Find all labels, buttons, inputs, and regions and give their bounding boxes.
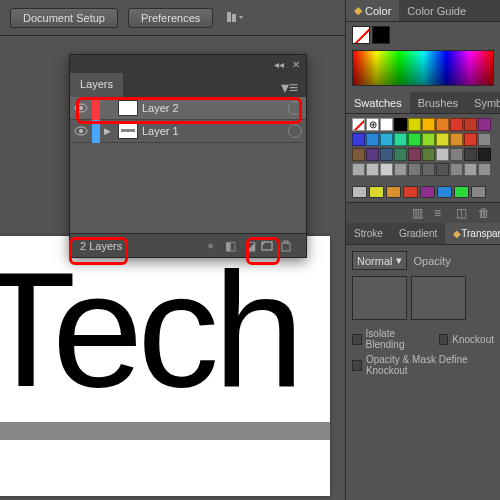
swatch[interactable] <box>450 133 463 146</box>
swatch-registration[interactable] <box>366 118 379 131</box>
color-spectrum[interactable] <box>352 50 494 86</box>
swatch[interactable] <box>464 163 477 176</box>
swatch[interactable] <box>436 133 449 146</box>
panel-menu-icon[interactable]: ▾≡ <box>273 73 306 97</box>
panel-header[interactable]: ◂◂ ✕ <box>70 55 306 73</box>
swatch[interactable] <box>450 148 463 161</box>
opacity-mask-checkbox[interactable] <box>352 360 362 371</box>
swatch[interactable] <box>394 118 407 131</box>
swatch-group-folder[interactable] <box>369 186 384 198</box>
swatch-group-folder[interactable] <box>403 186 418 198</box>
artboard[interactable]: Tech <box>0 236 330 496</box>
layer-thumbnail[interactable] <box>118 123 138 139</box>
swatch-libraries-icon[interactable]: ▥ <box>412 206 428 220</box>
collapse-icon[interactable]: ◂◂ <box>274 59 284 70</box>
tab-transparency[interactable]: ◆Transparency <box>445 223 500 244</box>
swatch[interactable] <box>422 148 435 161</box>
visibility-toggle[interactable] <box>70 126 92 136</box>
swatch[interactable] <box>352 148 365 161</box>
object-preview[interactable] <box>352 276 407 320</box>
swatch[interactable] <box>436 118 449 131</box>
swatch[interactable] <box>380 163 393 176</box>
swatch[interactable] <box>478 118 491 131</box>
blend-mode-select[interactable]: Normal▾ <box>352 251 407 270</box>
swatch[interactable] <box>408 163 421 176</box>
tab-gradient[interactable]: Gradient <box>391 223 445 244</box>
preferences-button[interactable]: Preferences <box>128 8 213 28</box>
disclosure-icon[interactable]: ▶ <box>100 126 114 136</box>
swatch[interactable] <box>408 118 421 131</box>
swatch-group-folder[interactable] <box>454 186 469 198</box>
swatch[interactable] <box>464 133 477 146</box>
swatch-group-folder[interactable] <box>471 186 486 198</box>
knockout-checkbox[interactable] <box>439 334 449 345</box>
swatch[interactable] <box>352 133 365 146</box>
swatch[interactable] <box>394 133 407 146</box>
swatch[interactable] <box>478 163 491 176</box>
create-sublayer-icon[interactable]: ◪ <box>240 239 260 253</box>
color-panel: ◆ Color Color Guide <box>346 0 500 92</box>
canvas-text: Tech <box>0 236 298 424</box>
opacity-label: Opacity <box>413 255 450 267</box>
document-setup-button[interactable]: Document Setup <box>10 8 118 28</box>
new-swatch-icon[interactable]: ◫ <box>456 206 472 220</box>
swatch[interactable] <box>478 133 491 146</box>
target-icon[interactable] <box>288 124 302 138</box>
swatch[interactable] <box>422 133 435 146</box>
tab-color[interactable]: ◆ Color <box>346 0 399 21</box>
layer-name[interactable]: Layer 2 <box>142 102 288 114</box>
tab-stroke[interactable]: Stroke <box>346 223 391 244</box>
tab-brushes[interactable]: Brushes <box>410 92 466 113</box>
swatch[interactable] <box>366 148 379 161</box>
isolate-blending-checkbox[interactable] <box>352 334 362 345</box>
layer-row-1[interactable]: ▶ Layer 1 <box>70 120 306 143</box>
swatch[interactable] <box>422 163 435 176</box>
layers-tab[interactable]: Layers <box>70 73 123 97</box>
layer-name[interactable]: Layer 1 <box>142 125 288 137</box>
delete-layer-icon[interactable] <box>280 240 300 252</box>
swatch[interactable] <box>464 118 477 131</box>
layer-row-2[interactable]: Layer 2 <box>70 97 306 120</box>
svg-point-5 <box>79 129 83 133</box>
swatch-group-folder[interactable] <box>420 186 435 198</box>
swatch[interactable] <box>436 163 449 176</box>
swatch[interactable] <box>450 118 463 131</box>
align-dropdown-icon[interactable] <box>223 8 247 28</box>
swatch-options-icon[interactable]: ≡ <box>434 206 450 220</box>
tab-swatches[interactable]: Swatches <box>346 92 410 113</box>
swatch[interactable] <box>352 163 365 176</box>
swatch[interactable] <box>408 133 421 146</box>
swatch-none[interactable] <box>352 118 365 131</box>
swatch[interactable] <box>478 148 491 161</box>
make-clipping-mask-icon[interactable]: ◧ <box>220 239 240 253</box>
layer-count-label: 2 Layers <box>76 240 126 252</box>
tab-color-guide[interactable]: Color Guide <box>399 0 474 21</box>
mask-preview[interactable] <box>411 276 466 320</box>
swatch[interactable] <box>380 148 393 161</box>
swatch[interactable] <box>366 133 379 146</box>
swatch[interactable] <box>422 118 435 131</box>
fill-swatch[interactable] <box>352 26 370 44</box>
swatch[interactable] <box>436 148 449 161</box>
new-layer-icon[interactable] <box>260 240 280 252</box>
target-icon[interactable] <box>288 101 302 115</box>
visibility-toggle[interactable] <box>70 103 92 113</box>
close-icon[interactable]: ✕ <box>292 59 300 70</box>
stroke-swatch[interactable] <box>372 26 390 44</box>
swatch[interactable] <box>408 148 421 161</box>
fill-stroke-indicator[interactable] <box>346 22 500 48</box>
locate-object-icon[interactable]: ⌖ <box>200 239 220 253</box>
swatch[interactable] <box>394 148 407 161</box>
swatch[interactable] <box>450 163 463 176</box>
swatch[interactable] <box>380 133 393 146</box>
tab-symbols[interactable]: Symbols <box>466 92 500 113</box>
layer-thumbnail[interactable] <box>118 100 138 116</box>
swatch[interactable] <box>394 163 407 176</box>
swatch-group-folder[interactable] <box>386 186 401 198</box>
swatch[interactable] <box>380 118 393 131</box>
delete-swatch-icon[interactable]: 🗑 <box>478 206 494 220</box>
swatch-group-folder[interactable] <box>352 186 367 198</box>
swatch[interactable] <box>464 148 477 161</box>
swatch-group-folder[interactable] <box>437 186 452 198</box>
swatch[interactable] <box>366 163 379 176</box>
